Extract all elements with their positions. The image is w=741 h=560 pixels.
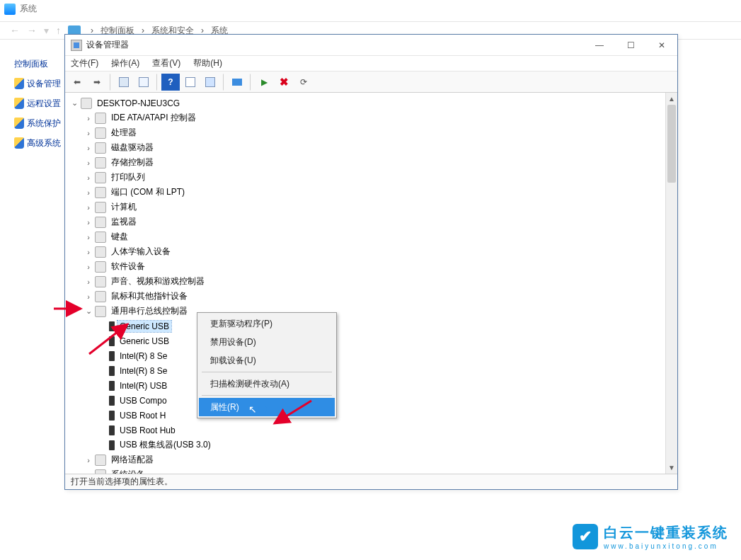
expand-toggle[interactable]: › (84, 233, 93, 241)
vertical-scrollbar[interactable]: ▲ ▼ (665, 93, 677, 474)
device-icon (95, 261, 106, 273)
nav-back-icon[interactable]: ← (10, 25, 20, 36)
tb-uninstall[interactable]: ✖ (275, 74, 293, 91)
device-icon (95, 276, 106, 287)
tb-scan[interactable] (201, 74, 224, 91)
expand-toggle[interactable]: › (84, 188, 93, 197)
expand-toggle[interactable]: › (84, 471, 93, 474)
device-icon (95, 232, 106, 243)
parent-title-text: 系统 (20, 3, 37, 15)
menu-file[interactable]: 文件(F) (71, 57, 98, 69)
tb-show-hidden[interactable] (115, 74, 133, 91)
tb-refresh[interactable]: ⟳ (294, 74, 313, 91)
nav-up-icon[interactable]: ↑ (56, 25, 61, 36)
parent-sidebar: 控制面板 设备管理 远程设置 系统保护 高级系统 (14, 54, 67, 153)
scroll-track[interactable] (666, 105, 677, 462)
tree-node-label: IDE ATA/ATAPI 控制器 (109, 111, 198, 125)
sidebar-link-remote[interactable]: 远程设置 (14, 93, 67, 113)
expand-toggle[interactable]: › (84, 173, 93, 182)
menu-help[interactable]: 帮助(H) (193, 57, 222, 69)
maximize-button[interactable]: ☐ (615, 35, 646, 55)
ctx-item-6[interactable]: 属性(R) (199, 398, 335, 416)
scroll-thumb[interactable] (667, 105, 676, 183)
tree-node-child-13-8[interactable]: USB 根集线器(USB 3.0) (67, 438, 665, 452)
expand-toggle[interactable]: › (84, 218, 93, 227)
close-button[interactable]: ✕ (646, 35, 677, 55)
ctx-item-2[interactable]: 卸载设备(U) (199, 351, 335, 370)
expand-toggle[interactable]: › (84, 278, 93, 286)
nav-recent-icon[interactable]: ▾ (44, 25, 49, 36)
expand-toggle[interactable]: › (84, 144, 93, 152)
tree-node-cat-4[interactable]: ›打印队列 (67, 170, 665, 185)
scroll-down-button[interactable]: ▼ (666, 462, 677, 474)
tree-node-cat-7[interactable]: ›监视器 (67, 215, 665, 229)
tree-node-cat-8[interactable]: ›键盘 (67, 229, 665, 244)
ctx-item-0[interactable]: 更新驱动程序(P) (199, 314, 335, 333)
system-icon (4, 4, 16, 15)
tree-node-child-13-4[interactable]: Intel(R) USB (67, 378, 665, 393)
tree-node-cat-11[interactable]: ›声音、视频和游戏控制器 (67, 274, 665, 289)
tree-node-cat-13[interactable]: ⌄通用串行总线控制器 (67, 304, 665, 319)
tree-node-cat-5[interactable]: ›端口 (COM 和 LPT) (67, 185, 665, 200)
tree-node-child-13-3[interactable]: Intel(R) 8 Se (67, 363, 665, 378)
sidebar-link-protection[interactable]: 系统保护 (14, 113, 67, 133)
menu-action[interactable]: 操作(A) (111, 57, 139, 69)
minimize-button[interactable]: — (584, 35, 615, 55)
expand-toggle[interactable]: › (84, 203, 93, 212)
expand-toggle[interactable]: ⌄ (84, 307, 93, 316)
expand-toggle[interactable]: › (84, 114, 93, 122)
tree-node-cat-6[interactable]: ›计算机 (67, 200, 665, 215)
tb-forward[interactable]: ➡ (88, 74, 110, 91)
tree-node-cat-9[interactable]: ›人体学输入设备 (67, 244, 665, 259)
expand-toggle[interactable]: › (84, 263, 93, 271)
tree-node-child-13-0[interactable]: Generic USB (67, 319, 665, 333)
tree-node-cat-2[interactable]: ›磁盘驱动器 (67, 140, 665, 155)
expand-toggle[interactable]: › (84, 248, 93, 256)
tree-node-child-13-6[interactable]: USB Root H (67, 408, 665, 423)
tree-node-child-13-5[interactable]: USB Compo (67, 393, 665, 408)
nav-fwd-icon[interactable]: → (27, 25, 37, 36)
menu-view[interactable]: 查看(V) (152, 57, 180, 69)
expand-toggle[interactable]: › (84, 159, 93, 167)
tree-node-cat-3[interactable]: ›存储控制器 (67, 155, 665, 170)
titlebar[interactable]: 设备管理器 — ☐ ✕ (65, 35, 677, 56)
tb-properties[interactable] (181, 74, 200, 91)
tb-tree[interactable] (134, 74, 157, 91)
tree-node-cat-14[interactable]: ›网络适配器 (67, 452, 665, 467)
expand-toggle[interactable]: › (84, 129, 93, 137)
device-tree[interactable]: ⌄DESKTOP-NJEU3CG›IDE ATA/ATAPI 控制器›处理器›磁… (65, 93, 665, 474)
scroll-up-button[interactable]: ▲ (666, 93, 677, 105)
sidebar-link-advanced[interactable]: 高级系统 (14, 133, 67, 153)
tree-node-child-13-2[interactable]: Intel(R) 8 Se (67, 348, 665, 363)
tb-back[interactable]: ⬅ (68, 74, 86, 91)
busy-spinner-icon (258, 405, 267, 413)
tree-node-cat-1[interactable]: ›处理器 (67, 125, 665, 140)
sidebar-link-device-manager[interactable]: 设备管理 (14, 74, 67, 93)
tree-node-label: 通用串行总线控制器 (109, 304, 190, 318)
ctx-item-4[interactable]: 扫描检测硬件改动(A) (199, 375, 335, 393)
tree-node-cat-12[interactable]: ›鼠标和其他指针设备 (67, 289, 665, 304)
expand-toggle[interactable]: ⌄ (69, 98, 79, 108)
tree-node-label: USB Root Hub (117, 425, 178, 436)
tree-node-child-13-1[interactable]: Generic USB (67, 333, 665, 348)
ctx-item-1[interactable]: 禁用设备(D) (199, 333, 335, 351)
tree-node-root[interactable]: ⌄DESKTOP-NJEU3CG (67, 96, 665, 110)
tree-node-label: 存储控制器 (109, 156, 156, 169)
tree-node-label: 计算机 (109, 200, 139, 214)
tb-enable[interactable]: ▶ (255, 74, 273, 91)
device-manager-window: 设备管理器 — ☐ ✕ 文件(F) 操作(A) 查看(V) 帮助(H) ⬅ ➡ … (64, 34, 678, 490)
sidebar-header[interactable]: 控制面板 (14, 54, 67, 74)
shield-icon (14, 118, 24, 129)
menu-separator (202, 395, 332, 396)
tb-help[interactable]: ? (161, 74, 180, 91)
tree-node-cat-0[interactable]: ›IDE ATA/ATAPI 控制器 (67, 110, 665, 125)
device-icon (95, 291, 106, 302)
tree-node-child-13-7[interactable]: USB Root Hub (67, 423, 665, 438)
expand-toggle[interactable]: › (84, 292, 93, 301)
tree-node-cat-10[interactable]: ›软件设备 (67, 259, 665, 274)
tree-node-cat-15[interactable]: ›系统设备 (67, 467, 665, 474)
tb-update-driver[interactable] (228, 74, 251, 91)
tree-node-label: USB Root H (117, 410, 168, 421)
expand-toggle[interactable]: › (84, 456, 93, 464)
tree-node-label: 处理器 (109, 126, 139, 139)
